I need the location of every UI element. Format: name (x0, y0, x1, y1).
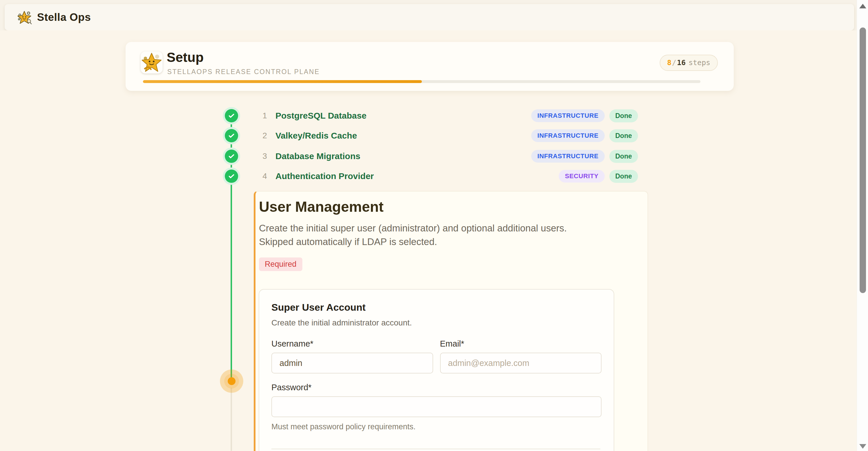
step-title[interactable]: Authentication Provider (275, 171, 374, 181)
step-title[interactable]: Valkey/Redis Cache (275, 131, 357, 140)
scrollbar-down-arrow-icon[interactable] (859, 444, 866, 449)
user-management-card: User Management Create the initial super… (254, 191, 648, 451)
setup-subtitle: STELLAOPS RELEASE CONTROL PLANE (167, 68, 320, 76)
password-input[interactable] (271, 396, 601, 417)
step-number: 2 (261, 131, 269, 140)
category-badge: INFRASTRUCTURE (531, 109, 604, 122)
password-label: Password* (271, 383, 601, 392)
checklist-row-db-migrations[interactable]: 3 Database Migrations INFRASTRUCTURE Don… (255, 149, 648, 163)
status-badge: Done (609, 109, 638, 122)
super-user-title: Super User Account (271, 302, 601, 313)
vertical-scrollbar[interactable] (857, 0, 868, 451)
username-label: Username* (271, 339, 433, 349)
email-input[interactable] (440, 353, 602, 374)
steps-counter-badge: 8/16steps (660, 55, 718, 71)
user-management-description: Create the initial super user (administr… (259, 222, 596, 249)
step-number: 4 (261, 171, 269, 181)
status-badge: Done (609, 129, 638, 142)
step-4-check-icon (225, 169, 238, 183)
timeline-line-upcoming (230, 388, 232, 451)
setup-header-card: Setup STELLAOPS RELEASE CONTROL PLANE 8/… (126, 42, 734, 91)
setup-title: Setup (167, 50, 204, 65)
main-content: Setup STELLAOPS RELEASE CONTROL PLANE 8/… (0, 30, 857, 451)
step-number: 1 (261, 111, 269, 120)
category-badge: SECURITY (559, 170, 604, 183)
setup-progress-fill (143, 80, 422, 83)
checklist-row-postgresql[interactable]: 1 PostgreSQL Database INFRASTRUCTURE Don… (255, 109, 648, 123)
super-user-subtitle: Create the initial administrator account… (271, 318, 601, 327)
category-badge: INFRASTRUCTURE (531, 150, 604, 163)
checklist-row-valkey-redis[interactable]: 2 Valkey/Redis Cache INFRASTRUCTURE Done (255, 129, 648, 142)
stella-ops-logo-icon (17, 10, 32, 25)
username-input[interactable] (271, 353, 433, 374)
password-help-text: Must meet password policy requirements. (271, 422, 601, 431)
step-number: 3 (261, 152, 269, 161)
status-badge: Done (609, 150, 638, 163)
user-management-title: User Management (259, 198, 645, 215)
step-title[interactable]: Database Migrations (275, 151, 360, 161)
steps-separator: / (672, 58, 677, 67)
step-title[interactable]: PostgreSQL Database (275, 111, 367, 121)
category-badge: INFRASTRUCTURE (531, 129, 604, 142)
super-user-card: Super User Account Create the initial ad… (259, 289, 614, 451)
status-badge: Done (609, 170, 638, 183)
checklist-row-auth-provider[interactable]: 4 Authentication Provider SECURITY Done (255, 169, 648, 183)
step-1-check-icon (225, 109, 238, 122)
required-badge: Required (259, 257, 302, 271)
email-label: Email* (440, 339, 602, 349)
steps-done-count: 8 (667, 58, 672, 67)
step-2-check-icon (225, 129, 238, 142)
section-divider (271, 449, 600, 449)
step-3-check-icon (225, 150, 238, 163)
steps-total-count: 16 (677, 58, 686, 67)
setup-progress-bar (143, 80, 701, 83)
setup-logo-icon (141, 52, 163, 73)
brand-name: Stella Ops (37, 11, 91, 24)
current-step-indicator-dot (228, 377, 236, 385)
scrollbar-thumb[interactable] (860, 28, 866, 293)
app-header: Stella Ops (5, 4, 854, 30)
scrollbar-up-arrow-icon[interactable] (859, 4, 866, 8)
steps-suffix: steps (689, 58, 710, 67)
